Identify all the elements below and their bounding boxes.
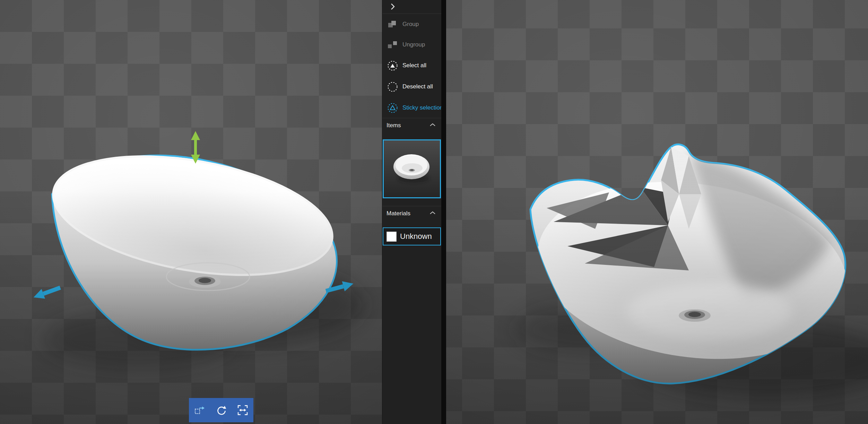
menu-item-deselect-all[interactable]: Deselect all [382,78,441,95]
menu-item-group[interactable]: Group [382,16,441,33]
transform-toolbar [189,398,253,422]
material-name: Unknown [400,232,432,241]
rotate-tool-button[interactable] [210,398,232,422]
move-left-handle[interactable] [32,283,62,302]
move-icon [194,404,206,416]
scale-icon [237,404,249,416]
sticky-selection-icon [387,102,399,114]
material-row-unknown[interactable]: Unknown [383,227,441,245]
panel-expand-button[interactable] [388,2,398,11]
scene-right [446,0,868,424]
items-section-title: Items [387,122,401,129]
app-window: Group Ungroup Select all Deselect all [0,0,868,424]
ungroup-icon [387,39,399,51]
menu-item-label: Group [402,21,419,28]
item-thumbnail-selected[interactable] [383,139,441,198]
materials-section-title: Materials [387,210,410,217]
tools-panel: Group Ungroup Select all Deselect all [382,0,441,424]
move-tool-button[interactable] [189,398,210,422]
chevron-up-icon [429,123,436,127]
chevron-up-icon [429,211,436,215]
menu-item-label: Ungroup [402,41,425,48]
menu-item-sticky-selection[interactable]: Sticky selection [382,99,441,116]
viewport-left[interactable] [0,0,382,424]
menu-item-label: Sticky selection [402,104,443,111]
menu-item-ungroup[interactable]: Ungroup [382,36,441,53]
item-thumbnail-image [384,140,440,197]
scene-left [0,0,382,424]
deselect-all-icon [387,81,399,93]
material-swatch [387,232,397,242]
materials-section-header[interactable]: Materials [382,206,441,220]
menu-item-select-all[interactable]: Select all [382,57,441,74]
menu-item-label: Deselect all [402,83,433,90]
scale-tool-button[interactable] [232,398,253,422]
menu-item-label: Select all [402,62,426,69]
rotate-icon [215,404,227,416]
chevron-right-icon [388,2,398,11]
panel-divider [441,0,446,424]
materials-collapse-button[interactable] [429,211,436,216]
items-collapse-button[interactable] [429,123,436,128]
panel-header [382,0,441,14]
items-section-header[interactable]: Items [382,118,441,132]
select-all-icon [387,60,399,72]
viewport-right[interactable] [446,0,868,424]
group-icon [387,18,399,31]
